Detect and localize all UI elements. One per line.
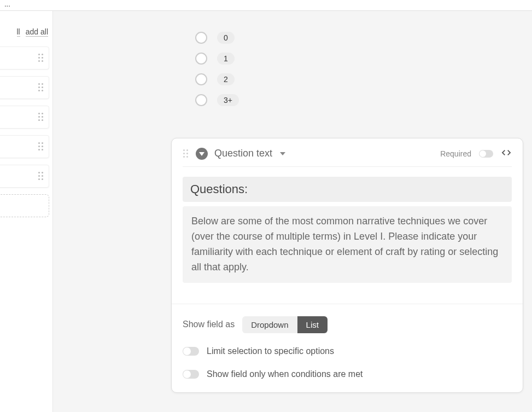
drag-handle-icon[interactable]: [38, 171, 44, 181]
radio-option-label: 1: [217, 53, 235, 65]
breadcrumb-fragment: ...: [4, 0, 10, 8]
sidebar-item[interactable]: [0, 47, 49, 69]
sidebar-actions: ll add all: [0, 27, 52, 47]
radio-option-group: 0 1 2 3+: [53, 11, 532, 111]
remove-all-link[interactable]: ll: [17, 27, 20, 37]
radio-option[interactable]: 3+: [195, 90, 532, 111]
show-as-segmented: Dropdown List: [242, 316, 328, 333]
required-toggle[interactable]: [479, 150, 493, 158]
show-as-label: Show field as: [183, 320, 235, 329]
sidebar-item-label: t...: [0, 84, 32, 92]
question-header: Question text Required: [183, 147, 512, 167]
show-as-dropdown-option[interactable]: Dropdown: [242, 316, 297, 333]
radio-option[interactable]: 2: [195, 69, 532, 90]
show-field-as-row: Show field as Dropdown List: [183, 316, 512, 333]
sidebar-dropzone[interactable]: ide: [0, 194, 49, 217]
drag-handle-icon[interactable]: [38, 83, 44, 92]
sidebar-item[interactable]: [0, 106, 49, 129]
required-label: Required: [440, 149, 471, 158]
limit-selection-label: Limit selection to specific options: [207, 346, 334, 356]
question-settings: Show field as Dropdown List Limit select…: [172, 304, 523, 379]
conditional-toggle[interactable]: [183, 370, 199, 379]
radio-option[interactable]: 1: [195, 48, 532, 69]
radio-icon[interactable]: [195, 94, 207, 106]
limit-selection-toggle[interactable]: [183, 347, 199, 356]
question-description-input[interactable]: Below are some of the most common narrat…: [183, 206, 512, 283]
question-title-input[interactable]: Questions:: [183, 177, 512, 202]
radio-icon[interactable]: [195, 53, 207, 65]
drag-handle-icon[interactable]: [183, 149, 189, 159]
limit-selection-row: Limit selection to specific options: [183, 346, 512, 356]
sidebar-item[interactable]: [0, 135, 49, 158]
drag-handle-icon[interactable]: [38, 53, 44, 63]
drag-handle-icon[interactable]: [38, 112, 44, 122]
conditional-label: Show field only when conditions are met: [207, 369, 363, 379]
drag-handle-icon[interactable]: [38, 142, 44, 152]
question-type-label[interactable]: Question text: [214, 148, 272, 159]
radio-option-label: 2: [217, 73, 235, 85]
radio-option[interactable]: 0: [195, 27, 532, 48]
radio-option-label: 0: [217, 32, 235, 44]
conditional-visibility-row: Show field only when conditions are met: [183, 369, 512, 379]
sidebar-item[interactable]: t...: [0, 76, 49, 99]
show-as-list-option[interactable]: List: [297, 316, 328, 333]
radio-icon[interactable]: [195, 32, 207, 44]
code-icon[interactable]: [501, 147, 512, 160]
radio-icon[interactable]: [195, 73, 207, 85]
sidebar-item[interactable]: [0, 165, 49, 188]
chevron-down-icon[interactable]: [280, 152, 285, 155]
field-sidebar: ll add all t... ide: [0, 11, 53, 412]
radio-option-label: 3+: [217, 94, 239, 106]
top-bar: ...: [0, 0, 532, 11]
main-canvas: 0 1 2 3+ Question text Required: [53, 11, 532, 412]
question-editor-card: Question text Required Questions: Below …: [171, 138, 523, 393]
question-type-icon[interactable]: [196, 148, 208, 160]
add-all-link[interactable]: add all: [26, 27, 48, 37]
